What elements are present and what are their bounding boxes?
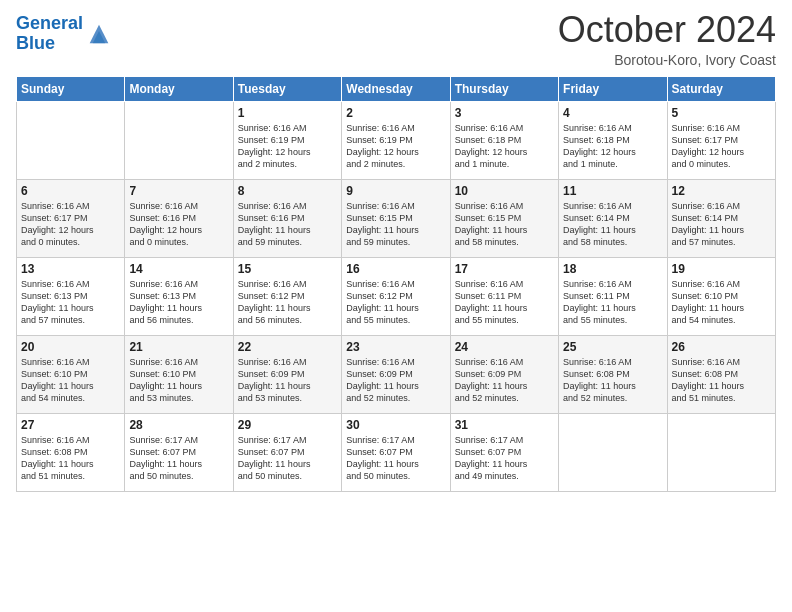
cell-info: Sunrise: 6:16 AM Sunset: 6:11 PM Dayligh… xyxy=(455,278,554,327)
day-number: 10 xyxy=(455,184,554,198)
cell-info: Sunrise: 6:16 AM Sunset: 6:13 PM Dayligh… xyxy=(21,278,120,327)
logo-icon xyxy=(85,20,113,48)
cell-info: Sunrise: 6:16 AM Sunset: 6:14 PM Dayligh… xyxy=(563,200,662,249)
cell-info: Sunrise: 6:16 AM Sunset: 6:19 PM Dayligh… xyxy=(346,122,445,171)
calendar-cell: 7Sunrise: 6:16 AM Sunset: 6:16 PM Daylig… xyxy=(125,179,233,257)
day-number: 22 xyxy=(238,340,337,354)
cell-info: Sunrise: 6:16 AM Sunset: 6:08 PM Dayligh… xyxy=(563,356,662,405)
calendar-header: Sunday Monday Tuesday Wednesday Thursday… xyxy=(17,76,776,101)
calendar-cell: 24Sunrise: 6:16 AM Sunset: 6:09 PM Dayli… xyxy=(450,335,558,413)
month-title: October 2024 xyxy=(558,10,776,50)
calendar-cell xyxy=(559,413,667,491)
calendar-cell: 15Sunrise: 6:16 AM Sunset: 6:12 PM Dayli… xyxy=(233,257,341,335)
logo-line2: Blue xyxy=(16,33,55,53)
week-row-4: 20Sunrise: 6:16 AM Sunset: 6:10 PM Dayli… xyxy=(17,335,776,413)
cell-info: Sunrise: 6:17 AM Sunset: 6:07 PM Dayligh… xyxy=(238,434,337,483)
calendar-cell: 23Sunrise: 6:16 AM Sunset: 6:09 PM Dayli… xyxy=(342,335,450,413)
logo-line1: General xyxy=(16,13,83,33)
day-number: 20 xyxy=(21,340,120,354)
calendar-cell: 14Sunrise: 6:16 AM Sunset: 6:13 PM Dayli… xyxy=(125,257,233,335)
cell-info: Sunrise: 6:16 AM Sunset: 6:12 PM Dayligh… xyxy=(238,278,337,327)
day-number: 25 xyxy=(563,340,662,354)
day-number: 23 xyxy=(346,340,445,354)
calendar-cell: 18Sunrise: 6:16 AM Sunset: 6:11 PM Dayli… xyxy=(559,257,667,335)
day-number: 16 xyxy=(346,262,445,276)
header-row: Sunday Monday Tuesday Wednesday Thursday… xyxy=(17,76,776,101)
cell-info: Sunrise: 6:16 AM Sunset: 6:15 PM Dayligh… xyxy=(455,200,554,249)
day-number: 12 xyxy=(672,184,771,198)
day-number: 26 xyxy=(672,340,771,354)
calendar-table: Sunday Monday Tuesday Wednesday Thursday… xyxy=(16,76,776,492)
day-number: 29 xyxy=(238,418,337,432)
day-number: 8 xyxy=(238,184,337,198)
calendar-cell: 4Sunrise: 6:16 AM Sunset: 6:18 PM Daylig… xyxy=(559,101,667,179)
calendar-cell xyxy=(17,101,125,179)
calendar-cell: 19Sunrise: 6:16 AM Sunset: 6:10 PM Dayli… xyxy=(667,257,775,335)
cell-info: Sunrise: 6:17 AM Sunset: 6:07 PM Dayligh… xyxy=(455,434,554,483)
cell-info: Sunrise: 6:16 AM Sunset: 6:16 PM Dayligh… xyxy=(129,200,228,249)
day-number: 3 xyxy=(455,106,554,120)
cell-info: Sunrise: 6:16 AM Sunset: 6:08 PM Dayligh… xyxy=(672,356,771,405)
day-number: 17 xyxy=(455,262,554,276)
day-number: 7 xyxy=(129,184,228,198)
location-subtitle: Borotou-Koro, Ivory Coast xyxy=(558,52,776,68)
day-number: 15 xyxy=(238,262,337,276)
calendar-cell: 3Sunrise: 6:16 AM Sunset: 6:18 PM Daylig… xyxy=(450,101,558,179)
day-number: 18 xyxy=(563,262,662,276)
calendar-cell: 31Sunrise: 6:17 AM Sunset: 6:07 PM Dayli… xyxy=(450,413,558,491)
day-number: 19 xyxy=(672,262,771,276)
cell-info: Sunrise: 6:16 AM Sunset: 6:13 PM Dayligh… xyxy=(129,278,228,327)
day-number: 21 xyxy=(129,340,228,354)
cell-info: Sunrise: 6:16 AM Sunset: 6:10 PM Dayligh… xyxy=(21,356,120,405)
calendar-cell: 16Sunrise: 6:16 AM Sunset: 6:12 PM Dayli… xyxy=(342,257,450,335)
calendar-cell: 17Sunrise: 6:16 AM Sunset: 6:11 PM Dayli… xyxy=(450,257,558,335)
cell-info: Sunrise: 6:16 AM Sunset: 6:16 PM Dayligh… xyxy=(238,200,337,249)
day-number: 2 xyxy=(346,106,445,120)
calendar-cell: 8Sunrise: 6:16 AM Sunset: 6:16 PM Daylig… xyxy=(233,179,341,257)
day-number: 1 xyxy=(238,106,337,120)
day-number: 13 xyxy=(21,262,120,276)
cell-info: Sunrise: 6:16 AM Sunset: 6:18 PM Dayligh… xyxy=(563,122,662,171)
col-sunday: Sunday xyxy=(17,76,125,101)
calendar-cell: 2Sunrise: 6:16 AM Sunset: 6:19 PM Daylig… xyxy=(342,101,450,179)
calendar-cell: 25Sunrise: 6:16 AM Sunset: 6:08 PM Dayli… xyxy=(559,335,667,413)
calendar-cell: 21Sunrise: 6:16 AM Sunset: 6:10 PM Dayli… xyxy=(125,335,233,413)
cell-info: Sunrise: 6:16 AM Sunset: 6:10 PM Dayligh… xyxy=(129,356,228,405)
day-number: 4 xyxy=(563,106,662,120)
page: General Blue October 2024 Borotou-Koro, … xyxy=(0,0,792,612)
cell-info: Sunrise: 6:16 AM Sunset: 6:08 PM Dayligh… xyxy=(21,434,120,483)
col-monday: Monday xyxy=(125,76,233,101)
cell-info: Sunrise: 6:16 AM Sunset: 6:19 PM Dayligh… xyxy=(238,122,337,171)
cell-info: Sunrise: 6:16 AM Sunset: 6:18 PM Dayligh… xyxy=(455,122,554,171)
week-row-5: 27Sunrise: 6:16 AM Sunset: 6:08 PM Dayli… xyxy=(17,413,776,491)
col-wednesday: Wednesday xyxy=(342,76,450,101)
calendar-cell: 30Sunrise: 6:17 AM Sunset: 6:07 PM Dayli… xyxy=(342,413,450,491)
calendar-cell: 29Sunrise: 6:17 AM Sunset: 6:07 PM Dayli… xyxy=(233,413,341,491)
cell-info: Sunrise: 6:16 AM Sunset: 6:09 PM Dayligh… xyxy=(346,356,445,405)
calendar-cell: 1Sunrise: 6:16 AM Sunset: 6:19 PM Daylig… xyxy=(233,101,341,179)
col-tuesday: Tuesday xyxy=(233,76,341,101)
calendar-cell: 26Sunrise: 6:16 AM Sunset: 6:08 PM Dayli… xyxy=(667,335,775,413)
calendar-body: 1Sunrise: 6:16 AM Sunset: 6:19 PM Daylig… xyxy=(17,101,776,491)
week-row-1: 1Sunrise: 6:16 AM Sunset: 6:19 PM Daylig… xyxy=(17,101,776,179)
cell-info: Sunrise: 6:17 AM Sunset: 6:07 PM Dayligh… xyxy=(346,434,445,483)
day-number: 24 xyxy=(455,340,554,354)
calendar-cell: 12Sunrise: 6:16 AM Sunset: 6:14 PM Dayli… xyxy=(667,179,775,257)
calendar-cell: 22Sunrise: 6:16 AM Sunset: 6:09 PM Dayli… xyxy=(233,335,341,413)
calendar-cell xyxy=(667,413,775,491)
day-number: 27 xyxy=(21,418,120,432)
header: General Blue October 2024 Borotou-Koro, … xyxy=(16,10,776,68)
day-number: 9 xyxy=(346,184,445,198)
calendar-cell: 10Sunrise: 6:16 AM Sunset: 6:15 PM Dayli… xyxy=(450,179,558,257)
calendar-cell: 9Sunrise: 6:16 AM Sunset: 6:15 PM Daylig… xyxy=(342,179,450,257)
cell-info: Sunrise: 6:17 AM Sunset: 6:07 PM Dayligh… xyxy=(129,434,228,483)
title-block: October 2024 Borotou-Koro, Ivory Coast xyxy=(558,10,776,68)
day-number: 28 xyxy=(129,418,228,432)
calendar-cell: 6Sunrise: 6:16 AM Sunset: 6:17 PM Daylig… xyxy=(17,179,125,257)
cell-info: Sunrise: 6:16 AM Sunset: 6:14 PM Dayligh… xyxy=(672,200,771,249)
week-row-3: 13Sunrise: 6:16 AM Sunset: 6:13 PM Dayli… xyxy=(17,257,776,335)
logo: General Blue xyxy=(16,14,113,54)
calendar-cell xyxy=(125,101,233,179)
day-number: 14 xyxy=(129,262,228,276)
day-number: 5 xyxy=(672,106,771,120)
